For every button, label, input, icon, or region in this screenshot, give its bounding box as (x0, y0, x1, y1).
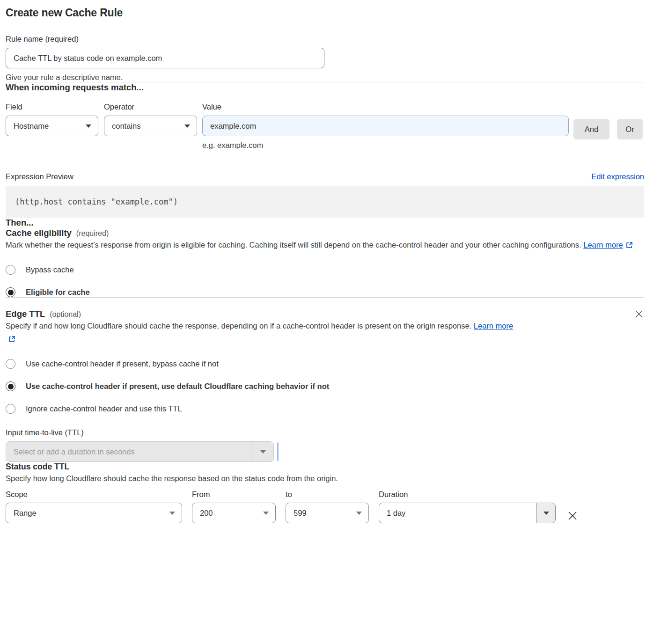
duration-select-value: 1 day (387, 509, 405, 518)
value-helper: e.g. example.com (202, 141, 569, 150)
select-arrow-segment (536, 503, 555, 523)
operator-column: Operator contains (104, 102, 197, 136)
value-label: Value (202, 102, 569, 111)
ttl-select-placeholder: Select or add a duration in seconds (6, 447, 135, 456)
match-condition-row: Field Hostname Operator contains Value e… (6, 102, 644, 150)
from-label: From (192, 490, 276, 499)
scope-select[interactable]: Range (6, 503, 182, 523)
radio-icon (6, 287, 15, 297)
cache-eligibility-heading-text: Cache eligibility (6, 228, 72, 238)
status-code-ttl-heading: Status code TTL (6, 462, 644, 472)
field-select[interactable]: Hostname (6, 116, 98, 136)
ttl-select-row: Select or add a duration in seconds (6, 441, 644, 462)
or-button[interactable]: Or (617, 119, 643, 139)
learn-more-label: Learn more (583, 241, 623, 249)
close-icon (567, 511, 578, 521)
to-label: to (286, 490, 369, 499)
expression-preview-header: Expression Preview Edit expression (6, 172, 644, 181)
scope-column: Scope Range (6, 490, 182, 523)
status-code-ttl-description: Specify how long Cloudflare should cache… (6, 472, 644, 485)
learn-more-label: Learn more (474, 322, 513, 330)
chevron-down-icon (169, 512, 175, 515)
section-divider (6, 297, 644, 298)
operator-select-value: contains (112, 122, 140, 131)
chevron-down-icon (184, 124, 190, 128)
rule-name-helper: Give your rule a descriptive name. (6, 73, 644, 82)
text-cursor (277, 442, 279, 461)
field-label: Field (6, 102, 98, 111)
scope-select-value: Range (14, 509, 37, 518)
field-column: Field Hostname (6, 102, 98, 136)
cache-eligibility-description-text: Mark whether the request’s response from… (6, 241, 581, 249)
radio-label: Eligible for cache (26, 288, 90, 297)
edge-ttl-description-text: Specify if and how long Cloudflare shoul… (6, 322, 471, 330)
duration-label: Duration (379, 490, 556, 499)
radio-icon (6, 265, 15, 275)
radio-eligible-for-cache[interactable]: Eligible for cache (6, 287, 644, 297)
rule-name-input[interactable] (6, 48, 324, 68)
match-section-heading: When incoming requests match... (6, 82, 644, 93)
chevron-down-icon (260, 450, 266, 454)
duration-select[interactable]: 1 day (379, 503, 556, 523)
chevron-down-icon (263, 512, 269, 515)
value-column: Value e.g. example.com (202, 102, 569, 150)
condition-buttons: And Or (569, 119, 643, 139)
ttl-input-label: Input time-to-live (TTL) (6, 428, 644, 437)
learn-more-link[interactable]: Learn more (583, 241, 632, 249)
from-select[interactable]: 200 (192, 503, 276, 523)
create-cache-rule-form: Create new Cache Rule Rule name (require… (0, 0, 661, 534)
operator-label: Operator (104, 102, 197, 111)
radio-ignore-header-use-ttl[interactable]: Ignore cache-control header and use this… (6, 404, 644, 414)
and-button[interactable]: And (573, 119, 610, 139)
external-link-icon (626, 242, 633, 249)
radio-icon (6, 359, 15, 369)
to-column: to 599 (286, 490, 369, 523)
radio-icon (6, 404, 15, 414)
value-input[interactable] (202, 116, 569, 136)
field-select-value: Hostname (14, 122, 49, 131)
edge-ttl-header: Edge TTL(optional) (6, 309, 644, 319)
radio-use-header-default[interactable]: Use cache-control header if present, use… (6, 381, 644, 391)
close-icon (635, 310, 643, 318)
to-select-value: 599 (294, 509, 307, 518)
cache-eligibility-description: Mark whether the request’s response from… (6, 238, 635, 251)
radio-label: Use cache-control header if present, byp… (26, 359, 219, 368)
operator-select[interactable]: contains (104, 116, 197, 136)
radio-label: Bypass cache (26, 265, 74, 274)
chevron-down-icon (543, 512, 549, 515)
edge-ttl-description: Specify if and how long Cloudflare shoul… (6, 319, 522, 345)
chevron-down-icon (356, 512, 362, 515)
expression-preview-label: Expression Preview (6, 172, 73, 181)
select-arrow-segment (252, 442, 273, 461)
remove-status-code-row-button[interactable] (566, 510, 579, 522)
optional-tag: (optional) (50, 310, 81, 318)
chevron-down-icon (86, 124, 91, 128)
page-title: Create new Cache Rule (6, 7, 644, 19)
scope-label: Scope (6, 490, 182, 499)
to-select[interactable]: 599 (286, 503, 369, 523)
edit-expression-link[interactable]: Edit expression (591, 172, 644, 181)
radio-icon (6, 381, 15, 391)
close-edge-ttl-button[interactable] (634, 309, 644, 319)
radio-label: Ignore cache-control header and use this… (26, 404, 182, 413)
external-link-icon (8, 336, 15, 343)
from-select-value: 200 (200, 509, 213, 518)
radio-use-header-bypass[interactable]: Use cache-control header if present, byp… (6, 359, 644, 369)
rule-name-label: Rule name (required) (6, 35, 644, 44)
edge-ttl-heading-text: Edge TTL (6, 309, 45, 319)
required-tag: (required) (76, 229, 109, 237)
radio-label: Use cache-control header if present, use… (26, 382, 329, 391)
cache-eligibility-heading: Cache eligibility(required) (6, 228, 644, 238)
ttl-duration-select[interactable]: Select or add a duration in seconds (6, 441, 274, 462)
edge-ttl-heading: Edge TTL(optional) (6, 309, 81, 319)
duration-column: Duration 1 day (379, 490, 556, 523)
then-heading: Then... (6, 218, 644, 228)
status-code-ttl-row: Scope Range From 200 to 599 Duration 1 d… (6, 490, 644, 523)
radio-bypass-cache[interactable]: Bypass cache (6, 265, 644, 275)
expression-code-block: (http.host contains "example.com") (6, 186, 644, 218)
from-column: From 200 (192, 490, 276, 523)
